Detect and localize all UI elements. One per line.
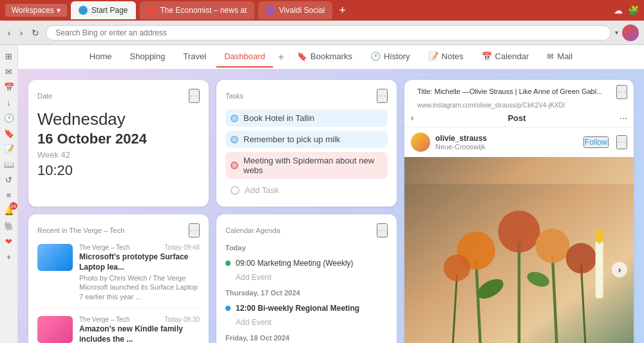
follow-button[interactable]: Follow	[583, 136, 609, 148]
add-event-today[interactable]: Add Event	[225, 271, 388, 284]
date-week: Week 42	[37, 150, 200, 160]
news-thumb-2	[37, 316, 73, 343]
calendar-card-header: Calendar Agenda ···	[225, 223, 388, 237]
calendar-event-1[interactable]: 09:00 Marketing Meeting (Weekly)	[225, 255, 388, 271]
sidebar-icon-reading[interactable]: 📖	[2, 157, 16, 171]
workspace-label: Workspaces	[12, 6, 54, 15]
nav-item-history[interactable]: 🕐 History	[363, 46, 417, 68]
notes-icon: 📝	[428, 51, 439, 61]
add-event-thursday[interactable]: Add Event	[225, 316, 388, 329]
nav-item-shopping[interactable]: Shopping	[122, 46, 173, 68]
tasks-card-title: Tasks	[225, 92, 243, 100]
post-avatar	[411, 133, 430, 152]
news-headline-1: Microsoft's prototype Surface Laptop lea…	[79, 252, 200, 272]
sidebar-icon-calendar[interactable]: 📅	[2, 80, 16, 94]
post-location: Neue-Crooswijk	[435, 143, 487, 151]
extensions-button[interactable]: 🧩	[628, 5, 639, 15]
nav-item-bookmarks[interactable]: 🔖 Bookmarks	[289, 46, 360, 68]
tab-start[interactable]: Start Page	[71, 1, 136, 19]
tab-add-button[interactable]: +	[336, 4, 348, 17]
post-user-menu[interactable]: ···	[616, 135, 627, 149]
nav-item-notes[interactable]: 📝 Notes	[421, 46, 471, 68]
nav-item-home[interactable]: Home	[82, 46, 120, 68]
tasks-card-header: Tasks ···	[225, 89, 388, 103]
news-card-menu[interactable]: ···	[189, 223, 200, 237]
date-day: Wednesday	[37, 109, 200, 129]
sidebar-icon-mastodon[interactable]: 🐘	[2, 219, 16, 233]
calendar-event-2[interactable]: 12:00 Bi-weekly Regional Meeting	[225, 301, 388, 316]
post-card-menu[interactable]: ···	[616, 85, 627, 99]
date-full: 16 October 2024	[37, 131, 200, 147]
cloud-sync-button[interactable]: ☁	[614, 5, 623, 15]
back-button[interactable]: ‹	[5, 25, 14, 41]
event-text-2: 12:00 Bi-weekly Regional Meeting	[236, 304, 359, 313]
task-item-3[interactable]: Meeting with Spiderman about new webs	[225, 152, 388, 179]
nav-item-mail[interactable]: ✉ Mail	[539, 46, 580, 68]
forward-button[interactable]: ›	[17, 25, 26, 41]
calendar-thursday-label: Thursday, 17 Oct 2024	[225, 289, 388, 297]
news-item-1[interactable]: The Verge – Tech Today 09:48 Microsoft's…	[37, 244, 200, 308]
calendar-friday-label: Friday, 18 Oct 2024	[225, 334, 388, 342]
news-thumb-1	[37, 244, 73, 271]
add-task-button[interactable]: Add Task	[225, 183, 388, 198]
tasks-card: Tasks ··· Book Hotel in Tallin Remember …	[216, 80, 397, 207]
tab-economist[interactable]: The Economist – news at	[140, 1, 255, 19]
add-task-circle-icon	[231, 186, 240, 195]
sidebar-icon-downloads[interactable]: ↓	[2, 95, 16, 109]
nav-item-calendar[interactable]: 📅 Calendar	[474, 46, 537, 68]
post-back-button[interactable]: ‹	[411, 113, 414, 123]
task-item-2[interactable]: Remember to pick up milk	[225, 131, 388, 148]
calendar-icon: 📅	[482, 51, 492, 61]
post-username: olivie_strauss	[435, 134, 487, 143]
main-content: Date ··· Wednesday 16 October 2024 Week …	[18, 70, 644, 343]
calendar-section-friday: Friday, 18 Oct 2024 Family visit 06:00 Y…	[225, 334, 388, 343]
tab-vivaldi[interactable]: Vivaldi Social	[258, 1, 332, 19]
sidebar-icon-notifications[interactable]: 🔔 24	[2, 203, 16, 218]
news-item-2[interactable]: The Verge – Tech Today 08:30 Amazon's ne…	[37, 316, 200, 343]
nav-item-travel[interactable]: Travel	[175, 46, 214, 68]
address-input[interactable]	[46, 25, 611, 41]
event-dot-2	[225, 306, 231, 311]
address-dropdown-button[interactable]: ▾	[615, 29, 618, 36]
post-menu-button[interactable]: ···	[620, 113, 627, 123]
news-headline-2: Amazon's new Kindle family includes the …	[79, 324, 200, 343]
tasks-card-menu[interactable]: ···	[377, 89, 388, 103]
reload-button[interactable]: ↻	[29, 25, 42, 41]
nav-calendar-label: Calendar	[495, 51, 529, 61]
left-sidebar: ⊞ ✉ 📅 ↓ 🕐 🔖 📝 📖 ↺ ≡ 🔔 24 🐘 ❤ +	[0, 45, 18, 343]
news-source-1: The Verge – Tech Today 09:48	[79, 244, 200, 251]
workspace-button[interactable]: Workspaces ▾	[5, 4, 67, 17]
task-text-1: Book Hotel in Tallin	[243, 113, 314, 123]
nav-bookmarks-label: Bookmarks	[310, 51, 352, 61]
sidebar-icon-sync[interactable]: ↺	[2, 172, 16, 187]
date-card-menu[interactable]: ···	[189, 89, 200, 103]
tab-label-start: Start Page	[91, 6, 128, 15]
sidebar-icon-panels[interactable]: ⊞	[2, 49, 16, 63]
post-user-row: olivie_strauss Neue-Crooswijk Follow ···	[404, 127, 634, 157]
news-card-header: Recent in The Verge – Tech ···	[37, 223, 200, 237]
user-avatar[interactable]	[622, 24, 639, 41]
sidebar-icon-notes[interactable]: 📝	[2, 142, 16, 156]
tab-label-economist: The Economist – news at	[160, 6, 247, 15]
mail-icon: ✉	[547, 51, 554, 61]
event-text-1: 09:00 Marketing Meeting (Weekly)	[236, 259, 354, 268]
bookmark-icon: 🔖	[297, 51, 307, 61]
post-user-info: olivie_strauss Neue-Crooswijk	[435, 134, 487, 151]
sidebar-icon-mail[interactable]: ✉	[2, 64, 16, 79]
sidebar-icon-feed[interactable]: ≡	[2, 188, 16, 202]
news-card: Recent in The Verge – Tech ··· The Verge…	[28, 214, 209, 343]
sidebar-icon-vivaldi[interactable]: ❤	[2, 234, 16, 248]
date-time: 10:20	[37, 162, 200, 179]
post-image-overlay: ›	[404, 157, 634, 343]
nav-add-button[interactable]: +	[276, 51, 287, 63]
nav-item-dashboard[interactable]: Dashboard	[216, 46, 273, 68]
sidebar-icon-history[interactable]: 🕐	[2, 111, 16, 125]
task-item-1[interactable]: Book Hotel in Tallin	[225, 109, 388, 127]
sidebar-icon-more[interactable]: +	[2, 250, 16, 264]
sidebar-icon-bookmarks[interactable]: 🔖	[2, 126, 16, 140]
post-next-arrow[interactable]: ›	[612, 262, 627, 277]
calendar-today-label: Today	[225, 244, 388, 252]
calendar-card-menu[interactable]: ···	[377, 223, 388, 237]
news-content-2: The Verge – Tech Today 08:30 Amazon's ne…	[79, 316, 200, 343]
calendar-section-today: Today 09:00 Marketing Meeting (Weekly) A…	[225, 244, 388, 284]
